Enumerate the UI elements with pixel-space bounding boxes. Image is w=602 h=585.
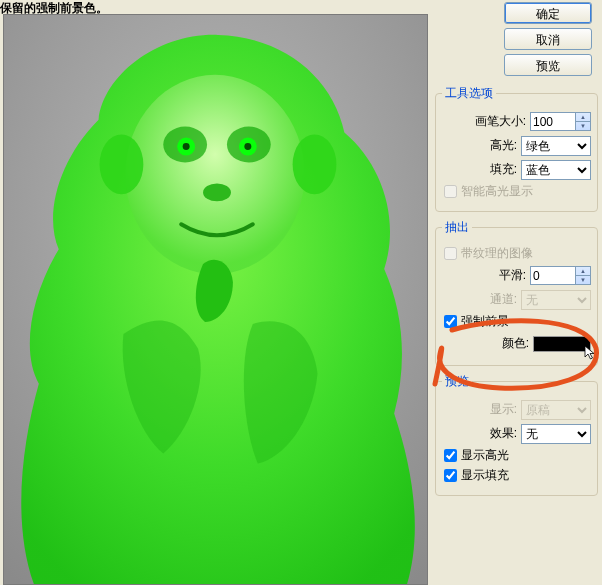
cancel-button[interactable]: 取消 bbox=[504, 28, 592, 50]
smart-highlight-checkbox bbox=[444, 185, 457, 198]
effect-label: 效果: bbox=[490, 425, 517, 442]
svg-point-7 bbox=[244, 143, 251, 150]
force-foreground-label: 强制前景 bbox=[461, 313, 509, 330]
preview-legend: 预览 bbox=[442, 373, 472, 390]
force-foreground-checkbox[interactable] bbox=[444, 315, 457, 328]
svg-point-6 bbox=[183, 143, 190, 150]
brush-size-input[interactable] bbox=[530, 112, 576, 131]
channel-label: 通道: bbox=[490, 291, 517, 308]
display-select: 原稿 bbox=[521, 400, 591, 420]
fill-select[interactable]: 蓝色 bbox=[521, 160, 591, 180]
svg-point-9 bbox=[100, 135, 144, 195]
channel-select: 无 bbox=[521, 290, 591, 310]
show-highlight-checkbox[interactable] bbox=[444, 449, 457, 462]
image-preview-area[interactable] bbox=[3, 14, 428, 585]
brush-size-label: 画笔大小: bbox=[475, 113, 526, 130]
brush-size-spinner[interactable]: ▲ ▼ bbox=[575, 112, 591, 131]
chevron-up-icon[interactable]: ▲ bbox=[576, 113, 590, 122]
color-label: 颜色: bbox=[502, 335, 529, 352]
smart-highlight-label: 智能高光显示 bbox=[461, 183, 533, 200]
cursor-icon bbox=[584, 345, 600, 361]
fill-label: 填充: bbox=[490, 161, 517, 178]
textured-label: 带纹理的图像 bbox=[461, 245, 533, 262]
smooth-input[interactable] bbox=[530, 266, 576, 285]
tool-options-group: 工具选项 画笔大小: ▲ ▼ 高光: 绿色 填充: 蓝色 智能高光显示 bbox=[435, 85, 598, 212]
chevron-up-icon[interactable]: ▲ bbox=[576, 267, 590, 276]
ok-button[interactable]: 确定 bbox=[504, 2, 592, 24]
extract-legend: 抽出 bbox=[442, 219, 472, 236]
right-panel: 确定 取消 预览 工具选项 画笔大小: ▲ ▼ 高光: 绿色 填充: 蓝色 bbox=[433, 0, 602, 585]
smooth-spinner[interactable]: ▲ ▼ bbox=[575, 266, 591, 285]
chevron-down-icon[interactable]: ▼ bbox=[576, 122, 590, 130]
display-label: 显示: bbox=[490, 401, 517, 418]
preview-group: 预览 显示: 原稿 效果: 无 显示高光 显示填充 bbox=[435, 373, 598, 496]
highlight-label: 高光: bbox=[490, 137, 517, 154]
dialog-buttons: 确定 取消 预览 bbox=[435, 0, 598, 78]
effect-select[interactable]: 无 bbox=[521, 424, 591, 444]
highlight-select[interactable]: 绿色 bbox=[521, 136, 591, 156]
svg-point-8 bbox=[203, 183, 231, 201]
textured-checkbox bbox=[444, 247, 457, 260]
tool-options-legend: 工具选项 bbox=[442, 85, 496, 102]
chevron-down-icon[interactable]: ▼ bbox=[576, 276, 590, 284]
preview-image bbox=[4, 15, 427, 584]
preview-button[interactable]: 预览 bbox=[504, 54, 592, 76]
show-highlight-label: 显示高光 bbox=[461, 447, 509, 464]
color-swatch[interactable] bbox=[533, 336, 591, 352]
svg-point-10 bbox=[293, 135, 337, 195]
show-fill-label: 显示填充 bbox=[461, 467, 509, 484]
show-fill-checkbox[interactable] bbox=[444, 469, 457, 482]
smooth-label: 平滑: bbox=[499, 267, 526, 284]
svg-point-1 bbox=[125, 75, 304, 274]
extract-group: 抽出 带纹理的图像 平滑: ▲ ▼ 通道: 无 强制前景 颜色: bbox=[435, 219, 598, 366]
